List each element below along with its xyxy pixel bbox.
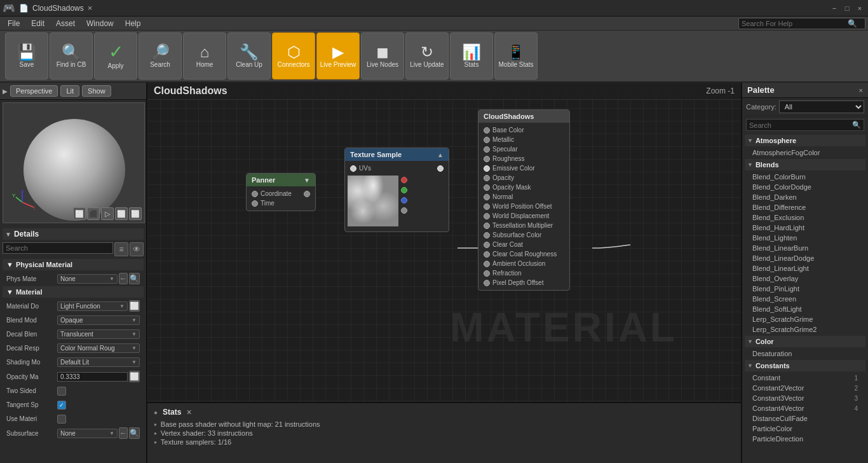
palette-search-input[interactable] <box>749 121 852 129</box>
live-update-button[interactable]: ↻ Live Update <box>405 32 449 79</box>
palette-item-blend-colorburn[interactable]: Blend_ColorBurn <box>745 172 865 182</box>
palette-item-constant4vector[interactable]: Constant4Vector 4 <box>745 403 865 413</box>
menu-asset[interactable]: Asset <box>51 18 80 29</box>
toolbar: 💾 Save 🔍 Find in CB ✓ Apply 🔎 Search ⌂ H… <box>0 31 868 83</box>
decal-blend-dropdown[interactable]: Translucent ▼ <box>57 329 140 339</box>
stats-button[interactable]: 📊 Stats <box>450 32 493 79</box>
subsurface-search-btn[interactable]: 🔍 <box>129 427 140 439</box>
palette-item-blend-screen[interactable]: Blend_Screen <box>745 294 865 304</box>
show-label: Show <box>88 87 105 95</box>
palette-item-particledirection[interactable]: ParticleDirection <box>745 434 865 444</box>
material-title: Material <box>16 288 43 296</box>
palette-item-desaturation[interactable]: Desaturation <box>745 349 865 359</box>
subsurface-back-btn[interactable]: ← <box>119 427 128 439</box>
palette-item-constant2vector[interactable]: Constant2Vector 2 <box>745 383 865 393</box>
palette-search-bar[interactable]: 🔍 <box>746 119 864 131</box>
palette-item-blend-lineardodge[interactable]: Blend_LinearDodge <box>745 253 865 263</box>
phys-mate-search-button[interactable]: 🔍 <box>129 273 140 284</box>
tangent-space-checkbox[interactable] <box>57 401 66 410</box>
palette-item-blend-lighten[interactable]: Blend_Lighten <box>745 233 865 243</box>
texture-sample-node[interactable]: Texture Sample ▲ UVs <box>344 148 449 232</box>
opacity-mask-input[interactable] <box>57 372 128 382</box>
connectors-button[interactable]: ⬡ Connectors <box>272 32 315 79</box>
material-domain-dropdown[interactable]: Light Function ▼ <box>57 301 128 311</box>
details-list-view-button[interactable]: ≡ <box>114 242 128 256</box>
palette-blends-category[interactable]: ▼ Blends <box>745 159 865 170</box>
palette-item-lerp-scratchgrime2[interactable]: Lerp_ScratchGrime2 <box>745 324 865 335</box>
palette-item-blend-overlay[interactable]: Blend_Overlay <box>745 273 865 284</box>
canvas-area[interactable]: CloudShadows Zoom -1 MATERIAL Panner ▼ <box>147 83 741 463</box>
palette-item-blend-hardlight[interactable]: Blend_HardLight <box>745 223 865 233</box>
material-domain-extra-button[interactable]: ⬜ <box>129 300 140 312</box>
maximize-button[interactable]: □ <box>841 3 853 14</box>
palette-item-blend-difference[interactable]: Blend_Difference <box>745 202 865 212</box>
palette-item-blend-pinlight[interactable]: Blend_PinLight <box>745 284 865 294</box>
menu-edit[interactable]: Edit <box>26 18 50 29</box>
menu-file[interactable]: File <box>3 18 25 29</box>
palette-color-category[interactable]: ▼ Color <box>745 336 865 347</box>
panner-title: Panner <box>252 176 275 184</box>
details-search-input[interactable] <box>6 244 110 252</box>
metallic-label: Metallic <box>492 136 514 143</box>
palette-item-constant[interactable]: Constant 1 <box>745 373 865 383</box>
phys-mate-back-button[interactable]: ← <box>119 273 128 284</box>
apply-button[interactable]: ✓ Apply <box>94 32 137 79</box>
output-normal-pin: Normal <box>481 192 567 202</box>
material-section-header[interactable]: ▼ Material <box>3 286 144 298</box>
live-preview-button[interactable]: ▶ Live Preview <box>316 32 360 79</box>
menu-help[interactable]: Help <box>120 18 146 29</box>
palette-item-lerp-scratchgrime[interactable]: Lerp_ScratchGrime <box>745 314 865 324</box>
home-button[interactable]: ⌂ Home <box>183 32 226 79</box>
mobile-stats-button[interactable]: 📱 Mobile Stats <box>494 32 538 79</box>
stats-close-button[interactable]: × <box>186 407 191 417</box>
find-in-cb-button[interactable]: 🔍 Find in CB <box>50 32 93 79</box>
save-button[interactable]: 💾 Save <box>5 32 48 79</box>
palette-constants-category[interactable]: ▼ Constants <box>745 360 865 371</box>
show-button[interactable]: Show <box>82 85 111 97</box>
tab-close-icon[interactable]: × <box>88 3 93 13</box>
panner-node[interactable]: Panner ▼ Coordinate Time <box>246 173 316 211</box>
palette-item-blend-linearburn[interactable]: Blend_LinearBurn <box>745 243 865 253</box>
category-dropdown[interactable]: All <box>779 100 864 113</box>
physical-material-header[interactable]: ▼ Physical Material <box>3 259 144 270</box>
live-nodes-button[interactable]: ◼ Live Nodes <box>361 32 404 79</box>
palette-item-blend-softlight[interactable]: Blend_SoftLight <box>745 304 865 314</box>
palette-item-distancecullfade[interactable]: DistanceCullFade <box>745 413 865 424</box>
preview-tool-2[interactable]: ⬛ <box>87 207 100 220</box>
preview-tool-4[interactable]: ⬜ <box>115 207 128 220</box>
search-for-help[interactable]: 🔍 <box>738 18 865 29</box>
preview-tool-3[interactable]: ▷ <box>101 207 114 220</box>
help-search-input[interactable] <box>742 20 843 27</box>
apply-label: Apply <box>107 62 123 69</box>
opacity-mask-btn[interactable]: ⬜ <box>129 371 140 382</box>
palette-atmosphere-category[interactable]: ▼ Atmosphere <box>745 135 865 146</box>
phys-mate-dropdown[interactable]: None ▼ <box>57 274 118 284</box>
palette-close-button[interactable]: × <box>859 86 863 94</box>
minimize-button[interactable]: − <box>829 3 840 14</box>
menu-window[interactable]: Window <box>81 18 119 29</box>
palette-item-constant3vector[interactable]: Constant3Vector 3 <box>745 393 865 403</box>
preview-tool-5[interactable]: ⬜ <box>129 207 142 220</box>
lit-button[interactable]: Lit <box>60 85 79 97</box>
search-button[interactable]: 🔎 Search <box>139 32 182 79</box>
details-search[interactable] <box>3 242 113 254</box>
palette-item-particlecolor[interactable]: ParticleColor <box>745 424 865 434</box>
subsurface-dropdown[interactable]: None ▼ <box>57 429 118 438</box>
preview-tool-1[interactable]: ⬜ <box>73 207 86 220</box>
canvas-viewport[interactable]: MATERIAL Panner ▼ Coordinate Time <box>147 100 741 402</box>
palette-item-atmosphericfogcolor[interactable]: AtmosphericFogColor <box>745 148 865 158</box>
blend-mode-dropdown[interactable]: Opaque ▼ <box>57 315 140 325</box>
two-sided-checkbox[interactable] <box>57 387 66 396</box>
cleanup-button[interactable]: 🔧 Clean Up <box>227 32 271 79</box>
details-eye-button[interactable]: 👁 <box>130 242 144 256</box>
decal-resp-dropdown[interactable]: Color Normal Roug ▼ <box>57 343 140 353</box>
palette-item-blend-exclusion[interactable]: Blend_Exclusion <box>745 212 865 223</box>
palette-item-blend-darken[interactable]: Blend_Darken <box>745 192 865 202</box>
use-material-checkbox[interactable] <box>57 415 66 424</box>
shading-model-dropdown[interactable]: Default Lit ▼ <box>57 357 140 367</box>
perspective-button[interactable]: Perspective <box>10 85 58 97</box>
palette-item-blend-colordodge[interactable]: Blend_ColorDodge <box>745 182 865 192</box>
palette-item-blend-linearlight[interactable]: Blend_LinearLight <box>745 263 865 273</box>
close-button[interactable]: × <box>854 3 865 14</box>
cloudshadows-output-node[interactable]: CloudShadows Base Color Metallic Specula… <box>478 109 570 291</box>
